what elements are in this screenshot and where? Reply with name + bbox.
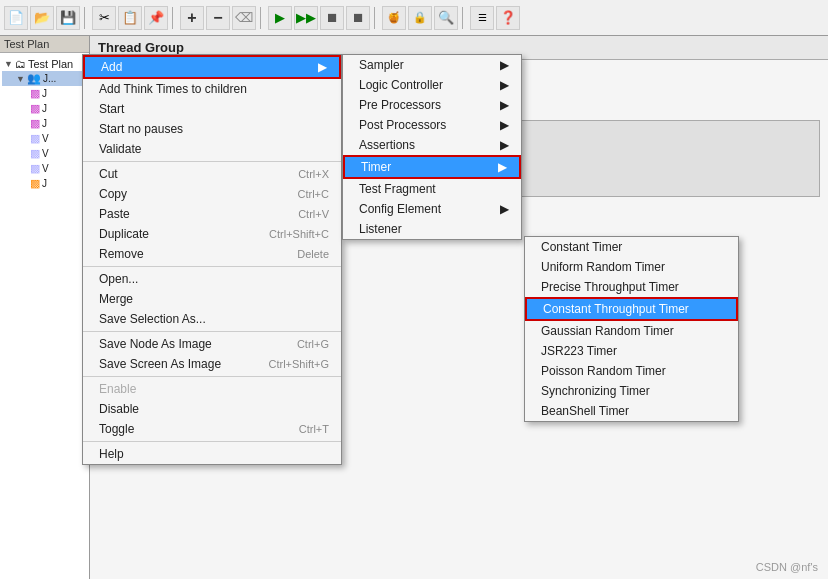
add-timer[interactable]: Timer ▶ xyxy=(343,155,521,179)
timer-constant[interactable]: Constant Timer xyxy=(525,237,738,257)
stop-button[interactable]: ⏹ xyxy=(320,6,344,30)
ctx-cut[interactable]: Cut Ctrl+X xyxy=(83,164,341,184)
expand-icon: ▼ xyxy=(16,74,25,84)
new-button[interactable]: 📄 xyxy=(4,6,28,30)
item-icon-1: ▩ xyxy=(30,87,40,100)
add-logic-controller[interactable]: Logic Controller ▶ xyxy=(343,75,521,95)
ctx-copy[interactable]: Copy Ctrl+C xyxy=(83,184,341,204)
ctx-duplicate[interactable]: Duplicate Ctrl+Shift+C xyxy=(83,224,341,244)
tree-item-2[interactable]: ▩ J xyxy=(2,101,87,116)
tree-item-4[interactable]: ▩ V xyxy=(2,131,87,146)
item-icon-5: ▩ xyxy=(30,147,40,160)
cut-button[interactable]: ✂ xyxy=(92,6,116,30)
timer-constant-throughput[interactable]: Constant Throughput Timer xyxy=(525,297,738,321)
ssl-button[interactable]: 🔒 xyxy=(408,6,432,30)
add-timer-arrow: ▶ xyxy=(498,160,507,174)
copy-button[interactable]: 📋 xyxy=(118,6,142,30)
ctx-enable[interactable]: Enable xyxy=(83,379,341,399)
add-config-element-arrow: ▶ xyxy=(500,202,509,216)
timer-jsr223[interactable]: JSR223 Timer xyxy=(525,341,738,361)
tree-item-7[interactable]: ▩ J xyxy=(2,176,87,191)
tree-item-threadgroup[interactable]: ▼ 👥 J... xyxy=(2,71,87,86)
item-label-5: V xyxy=(42,148,49,159)
tree-item-5[interactable]: ▩ V xyxy=(2,146,87,161)
watermark: CSDN @nf's xyxy=(756,561,818,573)
ctx-add-think-times[interactable]: Add Think Times to children xyxy=(83,79,341,99)
run-no-pause-button[interactable]: ▶▶ xyxy=(294,6,318,30)
item-label-4: V xyxy=(42,133,49,144)
tree-item-1[interactable]: ▩ J xyxy=(2,86,87,101)
run-button[interactable]: ▶ xyxy=(268,6,292,30)
add-pre-processors[interactable]: Pre Processors ▶ xyxy=(343,95,521,115)
ctx-help[interactable]: Help xyxy=(83,444,341,464)
jar-button[interactable]: 🍯 xyxy=(382,6,406,30)
ctx-sep3 xyxy=(83,331,341,332)
ctx-save-selection[interactable]: Save Selection As... xyxy=(83,309,341,329)
tree-header: Test Plan xyxy=(0,36,89,53)
add-timer-label: Timer xyxy=(361,160,391,174)
ctx-add[interactable]: Add ▶ xyxy=(83,55,341,79)
ctx-paste-label: Paste xyxy=(99,207,130,221)
paste-button[interactable]: 📌 xyxy=(144,6,168,30)
item-icon-2: ▩ xyxy=(30,102,40,115)
ctx-disable[interactable]: Disable xyxy=(83,399,341,419)
ctx-start[interactable]: Start xyxy=(83,99,341,119)
item-icon-6: ▩ xyxy=(30,162,40,175)
add-button[interactable]: + xyxy=(180,6,204,30)
ctx-start-no-pauses[interactable]: Start no pauses xyxy=(83,119,341,139)
timer-precise-throughput[interactable]: Precise Throughput Timer xyxy=(525,277,738,297)
expand-icon: ▼ xyxy=(4,59,13,69)
timer-constant-throughput-label: Constant Throughput Timer xyxy=(543,302,689,316)
timer-uniform-random[interactable]: Uniform Random Timer xyxy=(525,257,738,277)
timer-poisson-random-label: Poisson Random Timer xyxy=(541,364,666,378)
timer-uniform-random-label: Uniform Random Timer xyxy=(541,260,665,274)
add-config-element-label: Config Element xyxy=(359,202,441,216)
timer-poisson-random[interactable]: Poisson Random Timer xyxy=(525,361,738,381)
tree-item-testplan[interactable]: ▼ 🗂 Test Plan xyxy=(2,57,87,71)
ctx-add-think-times-label: Add Think Times to children xyxy=(99,82,247,96)
timer-synchronizing[interactable]: Synchronizing Timer xyxy=(525,381,738,401)
remove-button[interactable]: − xyxy=(206,6,230,30)
timer-beanshell-label: BeanShell Timer xyxy=(541,404,629,418)
add-test-fragment[interactable]: Test Fragment xyxy=(343,179,521,199)
tree-item-6[interactable]: ▩ V xyxy=(2,161,87,176)
add-assertions-label: Assertions xyxy=(359,138,415,152)
props-list-button[interactable]: ☰ xyxy=(470,6,494,30)
add-listener[interactable]: Listener xyxy=(343,219,521,239)
ctx-paste[interactable]: Paste Ctrl+V xyxy=(83,204,341,224)
search-button[interactable]: 🔍 xyxy=(434,6,458,30)
clear-button[interactable]: ⌫ xyxy=(232,6,256,30)
ctx-copy-shortcut: Ctrl+C xyxy=(298,188,329,200)
item-label-3: J xyxy=(42,118,47,129)
timer-jsr223-label: JSR223 Timer xyxy=(541,344,617,358)
context-menu-timer[interactable]: Constant Timer Uniform Random Timer Prec… xyxy=(524,236,739,422)
ctx-save-screen[interactable]: Save Screen As Image Ctrl+Shift+G xyxy=(83,354,341,374)
add-pre-processors-label: Pre Processors xyxy=(359,98,441,112)
ctx-toggle-shortcut: Ctrl+T xyxy=(299,423,329,435)
context-menu-add[interactable]: Sampler ▶ Logic Controller ▶ Pre Process… xyxy=(342,54,522,240)
open-button[interactable]: 📂 xyxy=(30,6,54,30)
timer-beanshell[interactable]: BeanShell Timer xyxy=(525,401,738,421)
ctx-merge[interactable]: Merge xyxy=(83,289,341,309)
tree-item-3[interactable]: ▩ J xyxy=(2,116,87,131)
add-sampler[interactable]: Sampler ▶ xyxy=(343,55,521,75)
threadgroup-icon: 👥 xyxy=(27,72,41,85)
ctx-toggle[interactable]: Toggle Ctrl+T xyxy=(83,419,341,439)
shutdown-button[interactable]: ⏹ xyxy=(346,6,370,30)
testplan-label: Test Plan xyxy=(28,58,73,70)
ctx-save-node[interactable]: Save Node As Image Ctrl+G xyxy=(83,334,341,354)
ctx-open[interactable]: Open... xyxy=(83,269,341,289)
ctx-save-selection-label: Save Selection As... xyxy=(99,312,206,326)
add-listener-label: Listener xyxy=(359,222,402,236)
add-config-element[interactable]: Config Element ▶ xyxy=(343,199,521,219)
context-menu-main[interactable]: Add ▶ Add Think Times to children Start … xyxy=(82,54,342,465)
ctx-validate[interactable]: Validate xyxy=(83,139,341,159)
left-panel: Test Plan ▼ 🗂 Test Plan ▼ 👥 J... ▩ J ▩ J xyxy=(0,36,90,579)
add-post-processors[interactable]: Post Processors ▶ xyxy=(343,115,521,135)
help-button[interactable]: ❓ xyxy=(496,6,520,30)
add-assertions[interactable]: Assertions ▶ xyxy=(343,135,521,155)
timer-gaussian-random[interactable]: Gaussian Random Timer xyxy=(525,321,738,341)
save-button[interactable]: 💾 xyxy=(56,6,80,30)
ctx-save-screen-label: Save Screen As Image xyxy=(99,357,221,371)
ctx-remove[interactable]: Remove Delete xyxy=(83,244,341,264)
